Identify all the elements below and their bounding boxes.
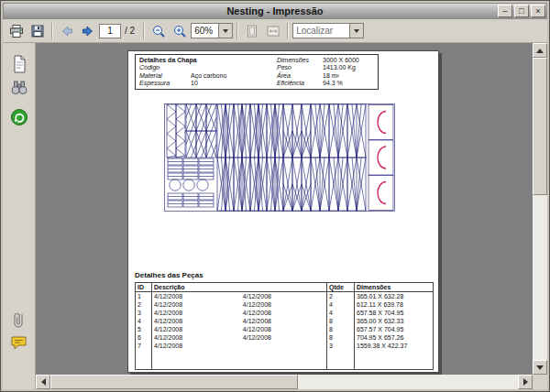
print-preview-area: Detalhes da Chapa Dimensões 3000 X 6000 … <box>36 43 533 375</box>
cell-dims: 657.57 X 704.95 <box>355 325 434 333</box>
detail-label: Espessura <box>139 80 191 87</box>
scrollbar-corner <box>533 375 547 389</box>
close-button[interactable]: × <box>531 5 545 17</box>
fit-page-button[interactable] <box>242 21 262 41</box>
titlebar[interactable]: Nesting - Impressão – □ × <box>3 3 547 19</box>
paperclip-icon <box>9 310 29 331</box>
desc2-text: 4/12/2008 <box>243 300 271 309</box>
refresh-icon <box>9 107 29 127</box>
comment-icon <box>9 332 29 353</box>
parts-section-title: Detalhes das Peças <box>135 271 204 279</box>
find-button[interactable] <box>9 78 29 98</box>
app-window: Nesting - Impressão – □ × <box>0 0 550 392</box>
fit-width-button[interactable] <box>263 21 283 41</box>
cell-dims: 704.95 X 657.26 <box>355 333 434 342</box>
document-map-button[interactable] <box>9 54 29 74</box>
desc-text: 4/12/2008 <box>154 343 182 349</box>
detail-label: Código <box>139 64 191 71</box>
cell-qty: 8 <box>327 333 355 342</box>
attachments-button[interactable] <box>9 310 29 331</box>
arrow-right-icon <box>81 24 95 38</box>
find-dropdown-button[interactable] <box>349 24 363 38</box>
minimize-button[interactable]: – <box>498 5 512 17</box>
cell-id: 7 <box>136 342 152 350</box>
zoom-out-icon <box>151 24 166 38</box>
cell-desc: 4/12/20084/12/2008 <box>152 317 327 325</box>
cell-id: 5 <box>136 325 152 333</box>
cell-desc: 4/12/20084/12/2008 <box>152 325 327 333</box>
zoom-out-button[interactable] <box>148 21 169 41</box>
cell-dims: 365.01 X 632.28 <box>355 292 434 301</box>
parts-table: ID Descrição Qtde Dimensões 1 4/12/20084… <box>135 282 434 370</box>
desc-text: 4/12/2008 <box>154 334 182 341</box>
detail-value <box>191 64 277 71</box>
previous-page-button[interactable] <box>57 21 77 41</box>
cell-desc: 4/12/20084/12/2008 <box>152 292 327 301</box>
save-button[interactable] <box>28 21 48 41</box>
desc2-text: 4/12/2008 <box>243 292 271 300</box>
print-button[interactable] <box>6 21 27 41</box>
desc-text: 4/12/2008 <box>154 293 182 299</box>
scroll-up-button[interactable] <box>533 43 547 58</box>
toolbar: 1 / 2 60% <box>3 19 547 43</box>
cell-desc: 4/12/20084/12/2008 <box>152 333 327 342</box>
window-controls: – □ × <box>498 5 545 17</box>
chevron-down-icon <box>354 29 359 33</box>
vertical-scroll-thumb[interactable] <box>533 58 547 195</box>
col-header-desc: Descrição <box>152 283 327 292</box>
toolbar-separator <box>51 23 53 39</box>
arrow-up-icon <box>536 49 544 53</box>
table-row: 6 4/12/20084/12/2008 8 704.95 X 657.26 <box>136 333 434 342</box>
zoom-value: 60% <box>192 26 218 36</box>
detail-label: Dimensões <box>277 57 323 64</box>
detail-value: 94.3 % <box>323 80 374 87</box>
cell-desc: 4/12/20084/12/2008 <box>152 309 327 317</box>
document-icon <box>9 54 29 74</box>
cell-desc: 4/12/20084/12/2008 <box>152 300 327 309</box>
desc2-text: 4/12/2008 <box>243 333 271 342</box>
scroll-down-button[interactable] <box>533 360 547 375</box>
scroll-right-button[interactable] <box>518 375 533 389</box>
desc2-text: 4/12/2008 <box>243 317 271 325</box>
table-row: 7 4/12/2008 3 1559.38 X 422.37 <box>136 342 434 350</box>
scroll-left-button[interactable] <box>36 375 50 389</box>
desc2-text: 4/12/2008 <box>243 309 271 317</box>
arrow-left-icon <box>41 378 46 386</box>
floppy-icon <box>30 24 45 38</box>
toolbar-separator <box>236 23 238 39</box>
table-header-row: ID Descrição Qtde Dimensões <box>136 283 434 292</box>
table-row: 4 4/12/20084/12/2008 8 365.00 X 632.33 <box>136 317 434 325</box>
page-number-input[interactable]: 1 <box>99 24 121 38</box>
cell-qty: 4 <box>327 309 355 317</box>
cell-qty: 3 <box>327 342 355 350</box>
zoom-select[interactable]: 60% <box>191 23 233 38</box>
desc-text: 4/12/2008 <box>154 310 182 316</box>
horizontal-scrollbar[interactable] <box>36 375 533 389</box>
zoom-dropdown-button[interactable] <box>218 24 232 38</box>
detail-value: 3000 X 6000 <box>323 57 374 64</box>
sidebar <box>3 43 36 389</box>
detail-value: 10 <box>191 80 277 87</box>
cell-dims: 657.58 X 704.95 <box>355 309 434 317</box>
zoom-in-button[interactable] <box>170 21 190 41</box>
cell-id: 2 <box>136 300 152 309</box>
fit-width-icon <box>266 24 280 38</box>
chevron-down-icon <box>223 29 228 33</box>
horizontal-scroll-thumb[interactable] <box>50 375 298 389</box>
comments-button[interactable] <box>9 332 29 353</box>
vertical-scrollbar[interactable] <box>533 43 547 375</box>
arrow-right-icon <box>523 378 528 386</box>
refresh-button[interactable] <box>9 107 29 127</box>
cell-qty: 8 <box>327 317 355 325</box>
preview-column: Detalhes da Chapa Dimensões 3000 X 6000 … <box>36 43 547 389</box>
next-page-button[interactable] <box>78 21 98 41</box>
detail-label: Eficiência <box>277 80 323 87</box>
maximize-button[interactable]: □ <box>514 5 529 17</box>
table-row: 1 4/12/20084/12/2008 2 365.01 X 632.28 <box>136 292 434 301</box>
table-row: 5 4/12/20084/12/2008 8 657.57 X 704.95 <box>136 325 434 333</box>
desc-text: 4/12/2008 <box>154 318 182 324</box>
page-total-label: / 2 <box>125 26 135 36</box>
find-combo[interactable]: Localizar <box>292 23 364 38</box>
find-input[interactable]: Localizar <box>293 26 349 36</box>
toolbar-separator <box>287 23 289 39</box>
